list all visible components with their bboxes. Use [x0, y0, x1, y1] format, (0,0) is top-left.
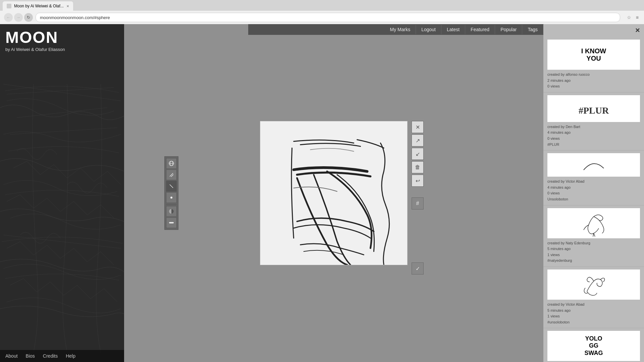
forward-button[interactable]: → [14, 13, 23, 22]
tab-bar: Moon by Ai Weiwei & Olaf... ✕ [0, 0, 644, 11]
drawing-canvas[interactable] [260, 121, 408, 265]
expand-btn[interactable]: ↗ [412, 134, 424, 146]
canvas-wrapper: ✕ ↗ ↙ 🗑 ↩ # ✓ [260, 121, 408, 265]
undo-btn[interactable]: ↩ [412, 175, 424, 187]
feed-tag-2: #PLUR [547, 142, 640, 148]
feed-item[interactable]: created by Victor Abad 4 minutes ago 0 v… [543, 150, 644, 205]
feed-time-2: 4 minutes ago [547, 130, 640, 136]
settings-icon[interactable]: ≡ [635, 14, 640, 21]
svg-point-12 [170, 197, 172, 199]
nav-tags[interactable]: Tags [522, 25, 543, 34]
svg-rect-0 [0, 34, 124, 352]
credits-link[interactable]: Credits [43, 353, 58, 359]
check-btn[interactable]: ✓ [412, 262, 424, 275]
nav-logout[interactable]: Logout [416, 25, 441, 34]
feed-time-5: 5 minutes ago [547, 308, 640, 314]
feed-creator-5: created by Victor Abad [547, 302, 640, 308]
bird-art [580, 210, 607, 237]
feed-item[interactable]: I KNOWYOU created by alfonso ruocco 2 mi… [543, 37, 644, 93]
plur-art: #PLUR [577, 99, 610, 119]
browser-actions: ☆ ≡ [626, 14, 640, 21]
close-panel-btn[interactable]: ✕ [635, 27, 640, 34]
expand-icon: ↗ [416, 137, 420, 144]
bios-link[interactable]: Bios [26, 353, 35, 359]
hash-btn[interactable]: # [412, 197, 424, 209]
size-tool[interactable] [166, 218, 177, 228]
nav-featured[interactable]: Featured [465, 25, 495, 34]
feed-item[interactable]: created by Naty Edenburg 5 minutes ago 1… [543, 205, 644, 267]
svg-rect-15 [260, 121, 407, 265]
moon-logo: MOON by Ai Weiwei & Olafur Eliasson [5, 29, 65, 52]
undo-icon: ↩ [416, 178, 420, 184]
feed-image-1: I KNOWYOU [547, 40, 640, 70]
main-content: MOON by Ai Weiwei & Olafur Eliasson Abou… [0, 24, 644, 362]
nav-popular[interactable]: Popular [495, 25, 522, 34]
contract-btn[interactable]: ↙ [412, 148, 424, 160]
feed-image-3 [547, 153, 640, 177]
opacity-tool[interactable] [166, 206, 177, 217]
feed-item[interactable]: #PLUR created by Den Bart 4 minutes ago … [543, 93, 644, 150]
feed-meta-3: created by Victor Abad 4 minutes ago 0 v… [547, 179, 640, 202]
help-link[interactable]: Help [66, 353, 75, 359]
top-nav-bar: My Marks Logout Latest Featured Popular … [248, 24, 543, 35]
moon-title: MOON [5, 29, 65, 46]
feed-item[interactable]: YOLOGGSWAG created by Den Bart 5 minutes… [543, 328, 644, 362]
hash-icon: # [416, 200, 419, 206]
moon-subtitle: by Ai Weiwei & Olafur Eliasson [5, 47, 65, 52]
back-button[interactable]: ← [4, 13, 13, 22]
new-tab[interactable] [74, 1, 88, 11]
feed-image-2: #PLUR [547, 95, 640, 122]
address-bar: ← → ↻ moonmoonmoonmoon.com/#sphere ☆ ≡ [0, 11, 644, 24]
dot-tool[interactable] [166, 192, 177, 203]
feed-meta-2: created by Den Bart 4 minutes ago 0 view… [547, 124, 640, 147]
globe-tool[interactable] [166, 158, 177, 169]
refresh-button[interactable]: ↻ [24, 13, 33, 22]
nav-latest[interactable]: Latest [441, 25, 465, 34]
feed-creator-4: created by Naty Edenburg [547, 240, 640, 246]
tool-separator [166, 204, 177, 205]
right-panel-header: ✕ [543, 24, 644, 37]
active-tab[interactable]: Moon by Ai Weiwei & Olaf... ✕ [3, 1, 73, 11]
browser-chrome: Moon by Ai Weiwei & Olaf... ✕ ← → ↻ moon… [0, 0, 644, 24]
feed-time-1: 2 minutes ago [547, 78, 640, 84]
delete-icon: 🗑 [415, 164, 420, 170]
about-link[interactable]: About [5, 353, 18, 359]
feed-views-3: 0 views [547, 190, 640, 196]
close-canvas-btn[interactable]: ✕ [412, 121, 424, 133]
curve-art [580, 157, 607, 173]
nav-buttons: ← → ↻ [4, 13, 33, 22]
tab-title: Moon by Ai Weiwei & Olaf... [14, 4, 64, 8]
feed-views-1: 0 views [547, 83, 640, 89]
feed-item[interactable]: created by Victor Abad 5 minutes ago 1 v… [543, 267, 644, 328]
feed-image-4 [547, 208, 640, 238]
feed-tag-3: Unsoloboton [547, 196, 640, 202]
left-panel: MOON by Ai Weiwei & Olafur Eliasson Abou… [0, 24, 124, 362]
feed-views-2: 0 views [547, 136, 640, 142]
url-text: moonmoonmoonmoon.com/#sphere [40, 15, 110, 20]
feed-art-text-1: I KNOWYOU [581, 47, 606, 62]
feed-tag-5: #unsoloboton [547, 319, 640, 325]
feed-meta-1: created by alfonso ruocco 2 minutes ago … [547, 72, 640, 89]
feed-image-5 [547, 269, 640, 300]
bookmark-icon[interactable]: ☆ [626, 14, 633, 21]
contract-icon: ↙ [416, 151, 420, 157]
tab-close-btn[interactable]: ✕ [66, 4, 69, 8]
artwork-svg [0, 24, 124, 362]
close-icon: ✕ [416, 124, 420, 130]
feed-meta-4: created by Naty Edenburg 5 minutes ago 1… [547, 240, 640, 264]
nav-my-marks[interactable]: My Marks [384, 25, 416, 34]
brush-tool-1[interactable] [166, 170, 177, 180]
feed-tag-4: #natyedenburg [547, 258, 640, 264]
feed-creator-3: created by Victor Abad [547, 179, 640, 185]
drawing-toolbar [164, 157, 178, 230]
feed-views-4: 1 views [547, 252, 640, 258]
canvas-tools-right: ✕ ↗ ↙ 🗑 ↩ # ✓ [412, 121, 424, 275]
url-bar[interactable]: moonmoonmoonmoon.com/#sphere [36, 13, 620, 22]
brush-tool-2[interactable] [166, 181, 177, 192]
feed-time-4: 5 minutes ago [547, 246, 640, 252]
dragon-art [580, 271, 607, 298]
delete-btn[interactable]: 🗑 [412, 161, 424, 173]
feed-creator-2: created by Den Bart [547, 124, 640, 130]
check-icon: ✓ [416, 265, 420, 272]
feed-art-text-6: YOLOGGSWAG [584, 335, 603, 357]
